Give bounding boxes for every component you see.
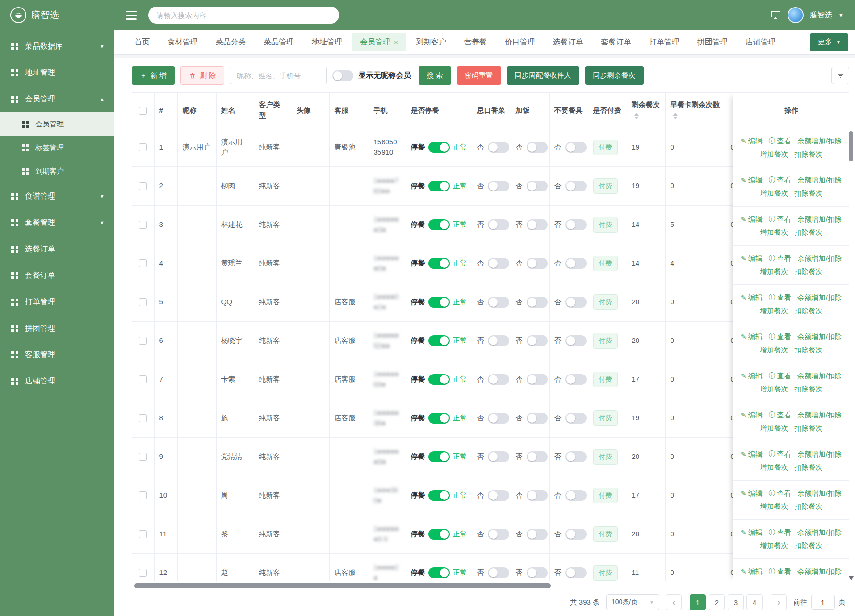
no-utensils-toggle[interactable] [565,142,587,153]
no-utensils-toggle[interactable] [565,219,587,230]
edit-link[interactable]: ✎编辑 [741,254,763,263]
no-utensils-toggle[interactable] [565,297,587,308]
stop-meal-toggle[interactable] [428,219,450,230]
extra-rice-toggle[interactable] [527,451,548,462]
view-link[interactable]: ⓘ查看 [769,450,791,459]
extra-rice-toggle[interactable] [527,374,548,385]
sidebar-item-地址管理[interactable]: 地址管理 [0,59,114,86]
row-checkbox[interactable] [139,298,147,306]
close-icon[interactable]: × [394,38,398,46]
no-utensils-toggle[interactable] [565,529,587,540]
balance-adjust-link[interactable]: 余额增加/扣除 [797,176,842,185]
extra-rice-toggle[interactable] [527,142,548,153]
extra-rice-toggle[interactable] [527,219,548,230]
view-link[interactable]: ⓘ查看 [769,411,791,420]
deduct-meals-link[interactable]: 扣除餐次 [795,267,823,276]
balance-adjust-link[interactable]: 余额增加/扣除 [797,333,842,341]
extra-rice-toggle[interactable] [527,413,548,424]
extra-rice-toggle[interactable] [527,335,548,346]
add-meals-link[interactable]: 增加餐次 [760,541,788,550]
row-checkbox[interactable] [139,259,147,267]
extra-rice-toggle[interactable] [527,181,548,191]
balance-adjust-link[interactable]: 余额增加/扣除 [797,528,842,537]
sidebar-item-拼团管理[interactable]: 拼团管理 [0,315,114,341]
no-cilantro-toggle[interactable] [488,413,509,424]
tab-拼团管理[interactable]: 拼团管理 [689,33,736,51]
extra-rice-toggle[interactable] [527,258,548,269]
deduct-meals-link[interactable]: 扣除餐次 [795,502,823,511]
add-meals-link[interactable]: 增加餐次 [760,502,788,511]
sort-icon[interactable] [634,113,639,119]
edit-link[interactable]: ✎编辑 [741,137,763,146]
stop-meal-toggle[interactable] [428,181,450,191]
view-link[interactable]: ⓘ查看 [769,567,791,576]
sidebar-item-套餐订单[interactable]: 套餐订单 [0,262,114,289]
edit-link[interactable]: ✎编辑 [741,215,763,224]
no-cilantro-toggle[interactable] [488,451,509,462]
add-button[interactable]: ＋ 新 增 [132,66,175,85]
no-cilantro-toggle[interactable] [488,297,509,308]
edit-link[interactable]: ✎编辑 [741,333,763,341]
hamburger-icon[interactable] [126,11,137,20]
tab-价目管理[interactable]: 价目管理 [497,33,543,51]
no-cilantro-toggle[interactable] [488,335,509,346]
tab-菜品管理[interactable]: 菜品管理 [256,33,302,51]
add-meals-link[interactable]: 增加餐次 [760,189,788,198]
sidebar-item-食谱管理[interactable]: 食谱管理▼ [0,183,114,209]
view-link[interactable]: ⓘ查看 [769,528,791,537]
deduct-meals-link[interactable]: 扣除餐次 [795,189,823,198]
scroll-down-arrow-icon[interactable] [849,576,854,580]
balance-adjust-link[interactable]: 余额增加/扣除 [797,450,842,459]
row-checkbox[interactable] [139,491,147,499]
tab-到期客户[interactable]: 到期客户 [408,33,454,51]
add-meals-link[interactable]: 增加餐次 [760,581,788,582]
delete-button[interactable]: 删 除 [180,66,224,85]
no-cilantro-toggle[interactable] [488,219,509,230]
tab-会员管理[interactable]: 会员管理× [352,33,406,51]
row-checkbox[interactable] [139,569,147,577]
view-link[interactable]: ⓘ查看 [769,254,791,263]
global-search-input[interactable] [157,11,331,19]
tab-套餐订单[interactable]: 套餐订单 [593,33,639,51]
sidebar-item-客服管理[interactable]: 客服管理 [0,341,114,368]
edit-link[interactable]: ✎编辑 [741,411,763,420]
goto-page-input[interactable] [811,595,835,610]
balance-adjust-link[interactable]: 余额增加/扣除 [797,254,842,263]
edit-link[interactable]: ✎编辑 [741,176,763,185]
deduct-meals-link[interactable]: 扣除餐次 [795,307,823,316]
tab-首页[interactable]: 首页 [126,33,158,51]
sidebar-subitem-标签管理[interactable]: 标签管理 [0,136,114,159]
row-checkbox[interactable] [139,182,147,190]
page-button-3[interactable]: 3 [728,594,744,610]
no-utensils-toggle[interactable] [565,335,587,346]
stop-meal-toggle[interactable] [428,451,450,462]
avatar[interactable] [788,7,804,23]
view-link[interactable]: ⓘ查看 [769,489,791,498]
sync-meals-button[interactable]: 同步剩余餐次 [585,66,644,85]
page-button-4[interactable]: 4 [746,594,763,610]
view-link[interactable]: ⓘ查看 [769,293,791,302]
view-link[interactable]: ⓘ查看 [769,333,791,341]
balance-adjust-link[interactable]: 余额增加/扣除 [797,215,842,224]
balance-adjust-link[interactable]: 余额增加/扣除 [797,411,842,420]
sidebar-item-选餐订单[interactable]: 选餐订单 [0,236,114,262]
tab-地址管理[interactable]: 地址管理 [304,33,350,51]
deduct-meals-link[interactable]: 扣除餐次 [795,228,823,237]
stop-meal-toggle[interactable] [428,142,450,153]
stop-meal-toggle[interactable] [428,335,450,346]
balance-adjust-link[interactable]: 余额增加/扣除 [797,489,842,498]
page-size-select[interactable]: 100条/页 ▼ [606,594,659,610]
row-checkbox[interactable] [139,414,147,422]
stop-meal-toggle[interactable] [428,258,450,269]
extra-rice-toggle[interactable] [527,529,548,540]
no-utensils-toggle[interactable] [565,258,587,269]
no-cilantro-toggle[interactable] [488,529,509,540]
add-meals-link[interactable]: 增加餐次 [760,307,788,316]
deduct-meals-link[interactable]: 扣除餐次 [795,463,823,472]
add-meals-link[interactable]: 增加餐次 [760,463,788,472]
no-utensils-toggle[interactable] [565,451,587,462]
view-link[interactable]: ⓘ查看 [769,137,791,146]
sidebar-item-菜品数据库[interactable]: 菜品数据库▼ [0,33,114,59]
row-checkbox[interactable] [139,375,147,383]
stop-meal-toggle[interactable] [428,529,450,540]
